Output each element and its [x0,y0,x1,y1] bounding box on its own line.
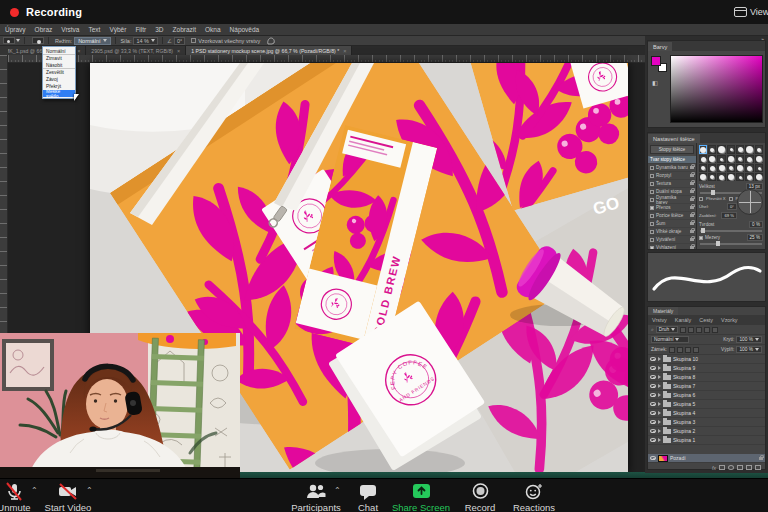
lock-icon[interactable] [690,222,694,225]
flip-y-checkbox[interactable] [729,197,733,201]
visibility-eye-icon[interactable] [650,384,656,388]
expand-triangle-icon[interactable] [658,393,661,397]
lock-icon[interactable] [690,166,694,169]
menu-item[interactable]: Filtr [135,26,146,33]
brush-tip[interactable] [717,164,726,172]
visibility-eye-icon[interactable] [650,393,656,397]
brush-tip[interactable] [745,164,754,172]
fill-field[interactable]: 100 % [736,346,762,353]
close-tab-icon[interactable]: × [177,48,180,54]
menu-item[interactable]: 3D [155,26,163,33]
layer-row[interactable]: Skupina 5 [648,400,765,409]
layer-thumbnail[interactable] [658,455,668,462]
expand-triangle-icon[interactable] [658,420,661,424]
brush-tip[interactable] [755,145,763,154]
filter-attribute-icon[interactable] [704,327,710,333]
lock-icon[interactable] [690,230,694,233]
sample-all-layers-checkbox[interactable] [191,38,196,43]
brush-settings-tab[interactable]: Nastavení štětce [648,134,700,143]
color-gradient-field[interactable] [670,55,763,123]
panel-tab[interactable]: Vzorky [717,315,741,325]
smudge-tool-icon[interactable] [266,37,276,45]
brush-presets-button[interactable]: Stopy štětce [650,145,694,154]
brush-tip[interactable] [755,164,763,172]
close-tab-icon[interactable]: × [77,48,80,54]
document-tab[interactable]: 2905.psd @ 33,3 % (TEXT, RGB/8)× [86,46,186,55]
foreground-background-swatches[interactable] [651,56,667,72]
menu-item[interactable]: Okna [205,26,221,33]
new-layer-icon[interactable] [746,465,752,470]
brush-tip[interactable] [736,173,744,181]
brush-option-checkbox[interactable] [650,246,654,250]
brush-tip-shape-row[interactable]: Tvar stopy štětce [648,156,696,164]
brush-tip[interactable] [727,164,735,172]
visibility-eye-icon[interactable] [650,456,656,460]
background-layer-row[interactable]: Pozadí [648,454,765,463]
menu-item[interactable]: Výběr [109,26,126,33]
expand-triangle-icon[interactable] [658,384,661,388]
filter-mode-icon[interactable] [696,327,702,333]
brush-tip[interactable] [699,145,707,154]
brush-option-checkbox[interactable] [650,190,654,194]
tool-preset-caret-icon[interactable] [16,39,20,42]
brush-option-row[interactable]: Vlhké okraje [648,228,696,236]
brush-tip[interactable] [736,145,744,154]
brush-tip[interactable] [745,145,754,154]
layer-row[interactable]: Skupina 2 [648,427,765,436]
lock-icon[interactable] [690,246,694,249]
brush-option-row[interactable]: Šum [648,220,696,228]
lock-icon[interactable] [690,182,694,185]
lock-icon[interactable] [690,206,694,209]
brush-preset-icon[interactable] [32,37,44,44]
expand-triangle-icon[interactable] [658,438,661,442]
brush-tip[interactable] [745,155,754,163]
panel-tab[interactable]: Kanály [671,315,695,325]
brush-tip[interactable] [727,173,735,181]
materials-panel-tab[interactable]: Materiály [648,307,678,315]
tool-preset-icon[interactable] [3,37,15,44]
spacing-checkbox[interactable] [699,236,703,240]
brush-tip[interactable] [708,173,716,181]
expand-triangle-icon[interactable] [658,429,661,433]
layer-row[interactable]: Skupina 7 [648,382,765,391]
strength-field[interactable]: 14 % [133,37,158,45]
layer-row[interactable]: Skupina 1 [648,436,765,445]
brush-tip[interactable] [755,155,763,163]
colors-panel-tab[interactable]: Barvy [648,42,672,51]
lock-icon[interactable] [690,198,694,201]
brush-tip[interactable] [755,173,763,181]
filter-effect-icon[interactable] [688,327,694,333]
visibility-eye-icon[interactable] [650,375,656,379]
panel-tab[interactable]: Cesty [695,315,717,325]
brush-tip[interactable] [708,155,716,163]
visibility-eye-icon[interactable] [650,357,656,361]
brush-option-row[interactable]: Dynamika barev [648,196,696,204]
spacing-value[interactable]: 25 % [747,234,763,241]
menu-item[interactable]: Nápověda [230,26,260,33]
panel-tab[interactable]: Vrstvy [648,315,671,325]
mode-dropdown-item[interactable]: Závoj [43,76,75,83]
new-group-icon[interactable] [737,465,743,470]
participant-video-tile[interactable] [0,333,240,478]
brush-option-row[interactable]: Přenos [648,204,696,212]
expand-triangle-icon[interactable] [658,366,661,370]
brush-tip[interactable] [708,145,716,154]
lock-pixels-icon[interactable] [677,347,683,353]
brush-tip[interactable] [708,164,716,172]
brush-option-checkbox[interactable] [650,182,654,186]
brush-option-row[interactable]: Vyhlazení [648,244,696,249]
brush-tip[interactable] [699,155,707,163]
brush-option-row[interactable]: Dynamika tvaru [648,164,696,172]
mode-dropdown-item[interactable]: Měkké světlo [43,90,75,97]
visibility-eye-icon[interactable] [650,366,656,370]
mode-dropdown-item[interactable]: Ztmavit [43,55,75,62]
blend-mode-select[interactable]: Normální [651,336,689,343]
delete-layer-icon[interactable] [755,465,761,470]
video-options-chevron-icon[interactable]: ⌃ [86,487,93,494]
layer-filter-select[interactable]: Druh [656,326,678,333]
layer-row[interactable]: Skupina 3 [648,418,765,427]
angle-field[interactable]: 0° [174,37,185,45]
brush-tip-grid[interactable] [699,145,763,181]
visibility-eye-icon[interactable] [650,402,656,406]
default-colors-icon[interactable]: ◧ [652,79,658,86]
